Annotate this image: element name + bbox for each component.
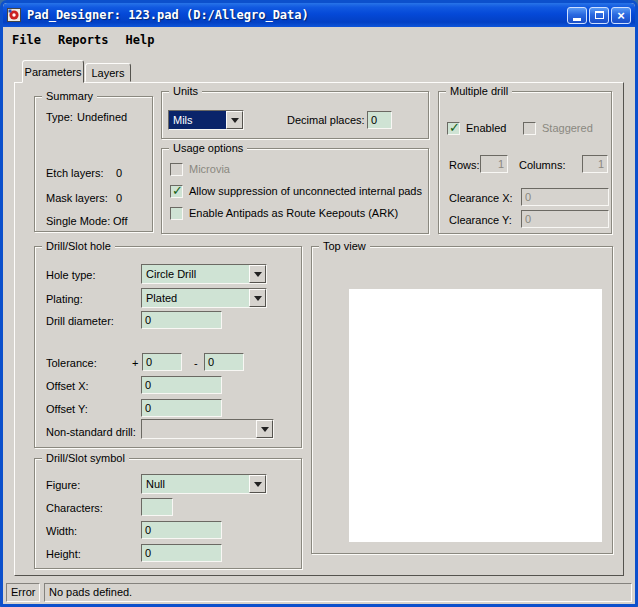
plating-label: Plating: — [46, 292, 83, 306]
chevron-down-icon — [261, 427, 269, 432]
chevron-down-icon — [254, 482, 262, 487]
summary-group-title: Summary — [42, 89, 97, 103]
width-field[interactable]: 0 — [141, 521, 222, 539]
maximize-button[interactable] — [589, 7, 609, 24]
close-icon: × — [617, 9, 625, 22]
enabled-checkbox[interactable] — [447, 122, 460, 135]
columns-label: Columns: — [519, 158, 565, 172]
clearance-x-field[interactable]: 0 — [521, 188, 609, 206]
tab-layers-label: Layers — [91, 67, 124, 79]
tolerance-label: Tolerance: — [46, 356, 97, 370]
figure-combo-arrow[interactable] — [249, 475, 266, 493]
app-icon — [7, 7, 23, 23]
suppression-checkbox[interactable] — [170, 185, 183, 198]
hole-type-label: Hole type: — [46, 268, 96, 282]
summary-mask-label: Mask layers: — [46, 191, 108, 205]
height-label: Height: — [46, 547, 81, 561]
summary-etch-value: 0 — [116, 166, 122, 180]
top-view-canvas — [349, 289, 602, 542]
close-button[interactable]: × — [611, 7, 631, 24]
antipads-checkbox[interactable] — [170, 207, 183, 220]
offset-x-field[interactable]: 0 — [141, 376, 222, 394]
tolerance-plus-sign: + — [132, 356, 138, 370]
nonstandard-drill-combo-arrow[interactable] — [256, 420, 273, 438]
pad-designer-window: Pad_Designer: 123.pad (D:/Allegro_Data) … — [0, 0, 638, 607]
drill-diameter-field[interactable]: 0 — [141, 311, 222, 329]
usage-options-group: Usage options Microvia Allow suppression… — [161, 148, 429, 234]
multiple-drill-group: Multiple drill Enabled Staggered Rows: 1… — [438, 91, 612, 234]
tolerance-minus-sign: - — [194, 356, 198, 370]
height-field[interactable]: 0 — [141, 544, 222, 562]
top-view-group: Top view — [311, 246, 613, 554]
summary-type-label: Type: — [46, 110, 73, 124]
tab-parameters[interactable]: Parameters — [22, 60, 84, 83]
parameters-panel: Summary Type: Undefined Etch layers: 0 M… — [14, 82, 624, 576]
staggered-checkbox-row: Staggered — [523, 122, 593, 135]
microvia-checkbox[interactable] — [170, 163, 183, 176]
chevron-down-icon — [254, 272, 262, 277]
tab-layers[interactable]: Layers — [85, 63, 131, 82]
offset-y-field[interactable]: 0 — [141, 399, 222, 417]
columns-field[interactable]: 1 — [582, 155, 608, 173]
titlebar[interactable]: Pad_Designer: 123.pad (D:/Allegro_Data) … — [3, 3, 635, 27]
plating-combo[interactable]: Plated — [141, 288, 267, 308]
enabled-checkbox-row: Enabled — [447, 122, 506, 135]
rows-field[interactable]: 1 — [480, 155, 508, 173]
tolerance-minus-field[interactable]: 0 — [204, 353, 244, 371]
clearance-x-label: Clearance X: — [449, 191, 513, 205]
tolerance-plus-field[interactable]: 0 — [142, 353, 182, 371]
microvia-checkbox-row: Microvia — [170, 163, 230, 176]
nonstandard-drill-combo-value — [142, 420, 256, 438]
rows-label: Rows: — [449, 158, 480, 172]
window-controls: × — [567, 7, 631, 24]
maximize-icon — [595, 11, 604, 19]
multiple-drill-group-title: Multiple drill — [446, 84, 512, 98]
clearance-y-label: Clearance Y: — [449, 213, 512, 227]
minimize-icon — [573, 18, 581, 21]
characters-field[interactable] — [141, 498, 173, 516]
status-error-label: Error — [6, 583, 40, 602]
plating-combo-value: Plated — [142, 289, 249, 307]
suppression-checkbox-row: Allow suppression of unconnected interna… — [170, 185, 422, 198]
staggered-checkbox[interactable] — [523, 122, 536, 135]
clearance-y-field[interactable]: 0 — [521, 210, 609, 228]
minimize-button[interactable] — [567, 7, 587, 24]
hole-type-combo-value: Circle Drill — [142, 265, 249, 283]
summary-etch-label: Etch layers: — [46, 166, 103, 180]
usage-options-group-title: Usage options — [169, 141, 247, 155]
client-area: Parameters Layers Summary Type: Undefine… — [3, 53, 635, 580]
hole-type-combo[interactable]: Circle Drill — [141, 264, 267, 284]
figure-label: Figure: — [46, 478, 80, 492]
decimal-places-field[interactable]: 0 — [367, 111, 392, 129]
summary-group: Summary Type: Undefined Etch layers: 0 M… — [34, 96, 153, 232]
nonstandard-drill-label: Non-standard drill: — [46, 425, 136, 439]
plating-combo-arrow[interactable] — [249, 289, 266, 307]
units-group: Units Mils Decimal places: 0 — [161, 91, 429, 139]
drill-diameter-label: Drill diameter: — [46, 314, 114, 328]
enabled-label: Enabled — [466, 122, 506, 135]
menu-reports[interactable]: Reports — [58, 33, 109, 47]
antipads-checkbox-row: Enable Antipads as Route Keepouts (ARK) — [170, 207, 398, 220]
status-bar: Error No pads defined. — [3, 580, 635, 604]
chevron-down-icon — [254, 296, 262, 301]
figure-combo[interactable]: Null — [141, 474, 267, 494]
nonstandard-drill-combo[interactable] — [141, 419, 274, 439]
summary-type-value: Undefined — [77, 110, 127, 124]
units-combo[interactable]: Mils — [168, 110, 244, 130]
menu-file[interactable]: File — [12, 33, 41, 47]
figure-combo-value: Null — [142, 475, 249, 493]
window-title: Pad_Designer: 123.pad (D:/Allegro_Data) — [27, 8, 567, 22]
units-group-title: Units — [169, 84, 202, 98]
hole-type-combo-arrow[interactable] — [249, 265, 266, 283]
menu-help[interactable]: Help — [125, 33, 154, 47]
drill-slot-symbol-group-title: Drill/Slot symbol — [42, 451, 129, 465]
chevron-down-icon — [231, 118, 239, 123]
units-combo-arrow[interactable] — [226, 111, 243, 129]
drill-slot-symbol-group: Drill/Slot symbol Figure: Null Character… — [34, 458, 302, 569]
microvia-label: Microvia — [189, 163, 230, 176]
drill-slot-hole-group: Drill/Slot hole Hole type: Circle Drill … — [34, 246, 302, 448]
staggered-label: Staggered — [542, 122, 593, 135]
top-view-group-title: Top view — [319, 239, 370, 253]
status-message: No pads defined. — [44, 583, 632, 602]
antipads-label: Enable Antipads as Route Keepouts (ARK) — [189, 207, 398, 220]
